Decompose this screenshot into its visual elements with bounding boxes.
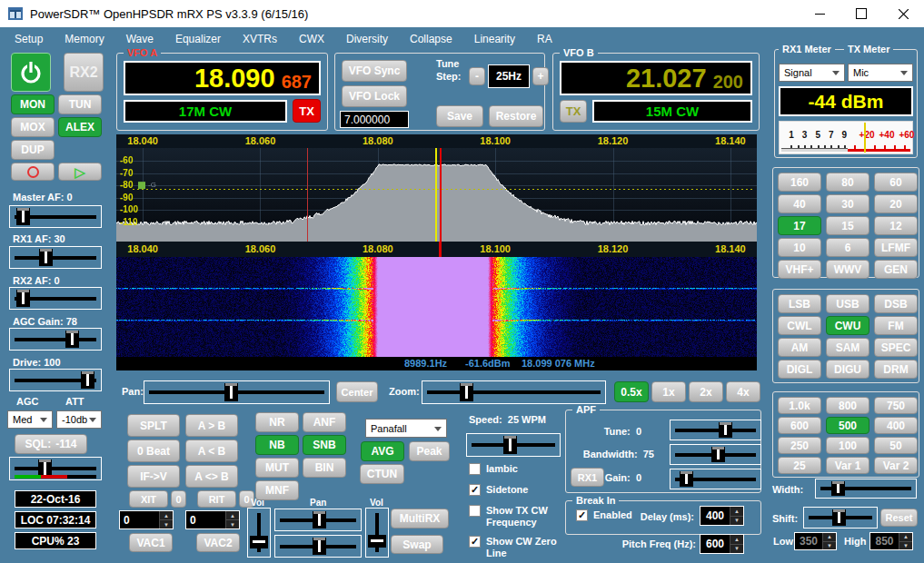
xit-zero-button[interactable]: 0 bbox=[171, 490, 186, 508]
band-80[interactable]: 80 bbox=[826, 173, 869, 192]
apf-tune-slider[interactable] bbox=[670, 420, 761, 440]
spinner-up-icon[interactable]: ▲ bbox=[899, 533, 912, 541]
slider-thumb[interactable] bbox=[460, 383, 473, 401]
xit-spinner[interactable]: 0 ▲▼ bbox=[119, 510, 174, 529]
slider-thumb[interactable] bbox=[368, 535, 386, 548]
menu-xvtrs[interactable]: XVTRs bbox=[243, 33, 277, 45]
mode-fm[interactable]: FM bbox=[874, 316, 918, 335]
dsp-anf[interactable]: ANF bbox=[303, 412, 346, 432]
toggle-mox[interactable]: MOX bbox=[11, 117, 55, 137]
shift-slider[interactable] bbox=[803, 507, 878, 528]
vfo-b-frequency[interactable]: 21.027 200 bbox=[560, 61, 752, 95]
frequency-entry[interactable]: 7.000000 bbox=[340, 111, 409, 128]
filter-100[interactable]: 100 bbox=[826, 437, 869, 454]
button-if-v[interactable]: IF->V bbox=[127, 465, 180, 488]
toggle-dup[interactable]: DUP bbox=[11, 140, 55, 160]
band-wwv[interactable]: WWV bbox=[826, 260, 869, 279]
avg-button[interactable]: AVG bbox=[361, 441, 404, 461]
slider-thumb[interactable] bbox=[711, 447, 725, 462]
checkbox-show-cw-zero-line[interactable] bbox=[469, 536, 481, 548]
band-lfmf[interactable]: LFMF bbox=[874, 238, 918, 257]
checkbox-show-tx-cw-frequency[interactable] bbox=[469, 505, 481, 517]
zoom-0.5x[interactable]: 0.5x bbox=[614, 381, 649, 402]
slider-thumb[interactable] bbox=[224, 383, 238, 401]
swap-button[interactable]: Swap bbox=[391, 535, 443, 554]
filter-25[interactable]: 25 bbox=[778, 457, 821, 474]
spinner-down-icon[interactable]: ▼ bbox=[730, 544, 743, 554]
pan2-slider[interactable] bbox=[274, 535, 362, 558]
shift-reset-button[interactable]: Reset bbox=[880, 509, 918, 527]
mode-cwu[interactable]: CWU bbox=[826, 316, 869, 335]
filter-var-2[interactable]: Var 2 bbox=[874, 457, 918, 474]
spinner-up-icon[interactable]: ▲ bbox=[823, 533, 836, 541]
record-button[interactable] bbox=[11, 163, 55, 181]
gain-slider-rx1-af-[interactable] bbox=[9, 246, 102, 269]
band-40[interactable]: 40 bbox=[778, 194, 821, 213]
filter-low-spinner[interactable]: 350 ▲▼ bbox=[794, 532, 837, 550]
menu-setup[interactable]: Setup bbox=[15, 33, 43, 45]
mode-digl[interactable]: DIGL bbox=[778, 360, 821, 379]
mode-am[interactable]: AM bbox=[778, 338, 821, 357]
spinner-down-icon[interactable]: ▼ bbox=[730, 516, 743, 526]
filter-high-spinner[interactable]: 850 ▲▼ bbox=[869, 532, 913, 550]
tune-step-down-button[interactable]: - bbox=[469, 67, 485, 85]
spinner-buttons[interactable]: ▲▼ bbox=[730, 535, 743, 553]
pan1-slider[interactable] bbox=[274, 509, 362, 531]
filter-400[interactable]: 400 bbox=[874, 417, 918, 434]
mode-lsb[interactable]: LSB bbox=[778, 294, 821, 313]
menu-linearity[interactable]: Linearity bbox=[474, 33, 515, 45]
dsp-mnf[interactable]: MNF bbox=[255, 480, 299, 500]
att-select[interactable]: -10db bbox=[56, 410, 102, 429]
spinner-down-icon[interactable]: ▼ bbox=[823, 541, 836, 550]
toggle-tun[interactable]: TUN bbox=[58, 94, 102, 114]
gain-slider-master-af-[interactable] bbox=[9, 205, 102, 228]
filter-var-1[interactable]: Var 1 bbox=[826, 457, 869, 474]
slider-thumb[interactable] bbox=[16, 290, 30, 307]
zoom-4x[interactable]: 4x bbox=[726, 381, 760, 402]
slider-thumb[interactable] bbox=[39, 249, 53, 266]
xit-button[interactable]: XIT bbox=[129, 490, 168, 508]
slider-thumb[interactable] bbox=[831, 481, 845, 496]
filter-500[interactable]: 500 bbox=[826, 417, 869, 434]
slider-thumb[interactable] bbox=[65, 331, 79, 348]
mode-digu[interactable]: DIGU bbox=[826, 360, 869, 379]
slider-thumb[interactable] bbox=[313, 538, 326, 555]
vol1-slider[interactable] bbox=[247, 508, 271, 558]
slider-thumb[interactable] bbox=[503, 436, 517, 454]
save-button[interactable]: Save bbox=[436, 105, 483, 127]
ctun-button[interactable]: CTUN bbox=[360, 464, 404, 484]
gain-slider-rx2-af-[interactable] bbox=[9, 287, 102, 310]
checkbox-iambic[interactable] bbox=[469, 463, 481, 475]
dsp-nb[interactable]: NB bbox=[255, 435, 299, 455]
dsp-bin[interactable]: BIN bbox=[303, 458, 346, 478]
maximize-button[interactable] bbox=[840, 0, 882, 27]
checkbox-sidetone[interactable] bbox=[469, 484, 481, 496]
pitch-spinner[interactable]: 600 ▲▼ bbox=[700, 534, 744, 554]
apf-gain-slider[interactable] bbox=[670, 469, 761, 489]
menu-ra[interactable]: RA bbox=[537, 33, 552, 45]
vfo-lock-button[interactable]: VFO Lock bbox=[342, 85, 407, 107]
slider-thumb[interactable] bbox=[81, 371, 94, 389]
band-gen[interactable]: GEN bbox=[874, 260, 918, 279]
agc-select[interactable]: Med bbox=[7, 410, 53, 429]
band-60[interactable]: 60 bbox=[874, 173, 918, 192]
spinner-buttons[interactable]: ▲▼ bbox=[225, 511, 239, 528]
toggle-mon[interactable]: MON bbox=[11, 94, 55, 114]
filter-250[interactable]: 250 bbox=[778, 437, 821, 454]
vfo-sync-button[interactable]: VFO Sync bbox=[342, 60, 407, 82]
slider-thumb[interactable] bbox=[16, 208, 30, 225]
dsp-nr[interactable]: NR bbox=[255, 412, 299, 432]
filter-750[interactable]: 750 bbox=[874, 397, 918, 414]
multirx-button[interactable]: MultiRX bbox=[391, 509, 449, 528]
delay-spinner[interactable]: 400 ▲▼ bbox=[700, 506, 744, 526]
mode-dsb[interactable]: DSB bbox=[874, 294, 918, 313]
filter-600[interactable]: 600 bbox=[778, 417, 821, 434]
menu-diversity[interactable]: Diversity bbox=[346, 33, 388, 45]
minimize-button[interactable] bbox=[799, 0, 840, 27]
mode-cwl[interactable]: CWL bbox=[778, 316, 821, 335]
rx2-button[interactable]: RX2 bbox=[64, 53, 104, 92]
button-0-beat[interactable]: 0 Beat bbox=[127, 440, 180, 462]
spinner-up-icon[interactable]: ▲ bbox=[226, 511, 239, 519]
vac2-button[interactable]: VAC2 bbox=[196, 533, 240, 552]
squelch-button[interactable]: SQL:-114 bbox=[15, 434, 87, 454]
